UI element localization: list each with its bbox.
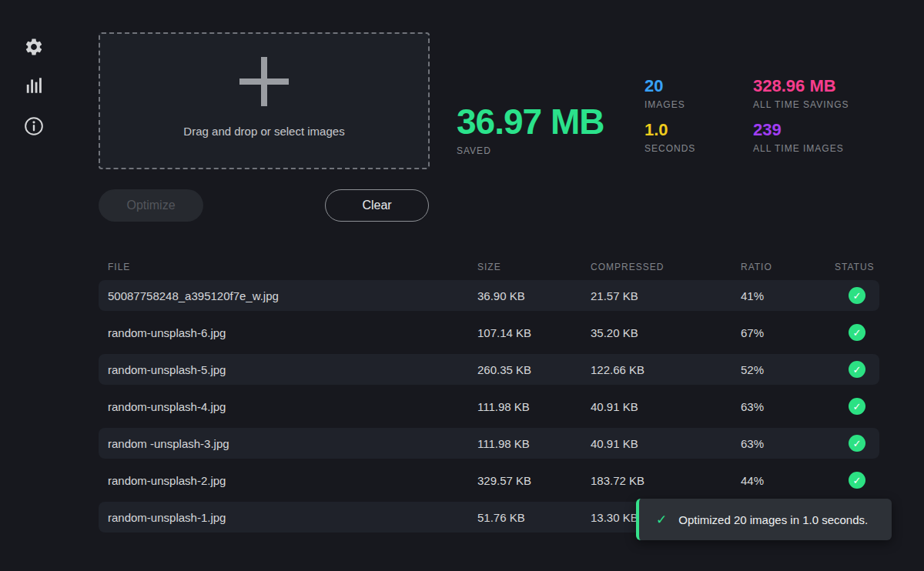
- images-value: 20: [644, 77, 695, 95]
- stat-images: 20 IMAGES: [644, 77, 695, 110]
- saved-value: 36.97 MB: [457, 102, 604, 142]
- toast-message: Optimized 20 images in 1.0 seconds.: [678, 513, 868, 526]
- info-icon: [23, 115, 45, 137]
- optimize-button[interactable]: Optimize: [99, 189, 203, 222]
- stat-alltime-images: 239 ALL TIME IMAGES: [753, 121, 849, 154]
- table-row: 50087758248_a395120f7e_w.jpg 36.90 KB 21…: [99, 280, 879, 311]
- toast-notification: ✓ Optimized 20 images in 1.0 seconds.: [636, 499, 892, 540]
- seconds-value: 1.0: [644, 121, 695, 139]
- file-size: 51.76 KB: [477, 511, 591, 524]
- compression-ratio: 44%: [741, 474, 835, 487]
- table-row: random-unsplash-2.jpg 329.57 KB 183.72 K…: [99, 465, 879, 496]
- file-name: random -unsplash-3.jpg: [99, 437, 477, 450]
- table-row: random-unsplash-6.jpg 107.14 KB 35.20 KB…: [99, 317, 879, 348]
- plus-icon: [239, 57, 289, 106]
- bar-chart-icon: [24, 75, 44, 95]
- file-compressed-size: 35.20 KB: [591, 326, 741, 339]
- alltime-images-value: 239: [753, 121, 849, 139]
- image-optimizer-app: { "colors": { "accent_green": "#2be28b",…: [0, 0, 924, 571]
- status-cell: ✓: [835, 324, 879, 341]
- file-name: random-unsplash-1.jpg: [99, 511, 477, 524]
- success-check-icon: ✓: [849, 324, 865, 341]
- gear-icon: [24, 37, 44, 57]
- compression-ratio: 41%: [741, 289, 835, 302]
- check-icon: ✓: [656, 512, 667, 528]
- status-cell: ✓: [835, 287, 879, 304]
- file-size: 329.57 KB: [477, 474, 591, 487]
- table-row: random-unsplash-4.jpg 111.98 KB 40.91 KB…: [99, 391, 879, 422]
- file-name: random-unsplash-6.jpg: [99, 326, 477, 339]
- file-name: random-unsplash-2.jpg: [99, 474, 477, 487]
- success-check-icon: ✓: [849, 398, 865, 415]
- compression-ratio: 63%: [741, 437, 835, 450]
- file-name: 50087758248_a395120f7e_w.jpg: [99, 289, 477, 302]
- success-check-icon: ✓: [849, 361, 865, 378]
- file-compressed-size: 183.72 KB: [591, 474, 741, 487]
- table-header: FILE SIZE COMPRESSED RATIO STATUS: [99, 254, 879, 280]
- success-check-icon: ✓: [849, 287, 865, 304]
- results-table: FILE SIZE COMPRESSED RATIO STATUS 500877…: [99, 254, 879, 539]
- stat-seconds: 1.0 SECONDS: [644, 121, 695, 154]
- compression-ratio: 67%: [741, 326, 835, 339]
- seconds-label: SECONDS: [644, 143, 695, 154]
- table-row: random-unsplash-5.jpg 260.35 KB 122.66 K…: [99, 354, 879, 385]
- status-cell: ✓: [835, 472, 879, 489]
- dropzone[interactable]: Drag and drop or select images: [99, 32, 430, 169]
- column-header-file: FILE: [99, 262, 477, 272]
- column-header-status: STATUS: [835, 262, 879, 272]
- column-header-size: SIZE: [477, 262, 591, 272]
- stat-column-alltime: 328.96 MB ALL TIME SAVINGS 239 ALL TIME …: [753, 77, 849, 165]
- column-header-ratio: RATIO: [741, 262, 835, 272]
- success-check-icon: ✓: [849, 435, 865, 452]
- alltime-savings-value: 328.96 MB: [753, 77, 849, 95]
- compression-ratio: 63%: [741, 400, 835, 413]
- settings-button[interactable]: [23, 36, 45, 58]
- column-header-compressed: COMPRESSED: [591, 262, 741, 272]
- file-compressed-size: 21.57 KB: [591, 289, 741, 302]
- clear-button[interactable]: Clear: [325, 189, 429, 222]
- file-size: 260.35 KB: [477, 363, 591, 376]
- saved-label: SAVED: [457, 145, 604, 156]
- file-compressed-size: 40.91 KB: [591, 400, 741, 413]
- compression-ratio: 52%: [741, 363, 835, 376]
- status-cell: ✓: [835, 398, 879, 415]
- sidebar: [0, 0, 68, 571]
- info-button[interactable]: [23, 115, 45, 137]
- file-name: random-unsplash-4.jpg: [99, 400, 477, 413]
- file-compressed-size: 122.66 KB: [591, 363, 741, 376]
- stat-alltime-savings: 328.96 MB ALL TIME SAVINGS: [753, 77, 849, 110]
- file-compressed-size: 40.91 KB: [591, 437, 741, 450]
- table-row: random -unsplash-3.jpg 111.98 KB 40.91 K…: [99, 428, 879, 459]
- table-body: 50087758248_a395120f7e_w.jpg 36.90 KB 21…: [99, 280, 879, 533]
- dropzone-label: Drag and drop or select images: [183, 125, 344, 138]
- stat-column-session: 20 IMAGES 1.0 SECONDS: [644, 77, 695, 165]
- file-size: 36.90 KB: [477, 289, 591, 302]
- file-size: 111.98 KB: [477, 437, 591, 450]
- stats-button[interactable]: [23, 75, 45, 96]
- alltime-savings-label: ALL TIME SAVINGS: [753, 99, 849, 110]
- alltime-images-label: ALL TIME IMAGES: [753, 143, 849, 154]
- images-label: IMAGES: [644, 99, 695, 110]
- stat-saved: 36.97 MB SAVED: [457, 102, 604, 156]
- file-size: 111.98 KB: [477, 400, 591, 413]
- file-size: 107.14 KB: [477, 326, 591, 339]
- status-cell: ✓: [835, 435, 879, 452]
- status-cell: ✓: [835, 361, 879, 378]
- file-name: random-unsplash-5.jpg: [99, 363, 477, 376]
- success-check-icon: ✓: [849, 472, 865, 489]
